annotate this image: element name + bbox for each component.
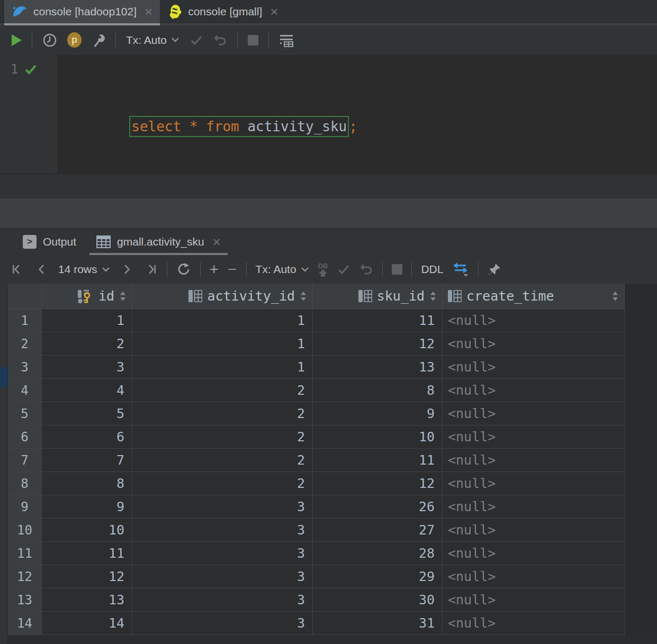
commit-icon[interactable] [337, 264, 350, 275]
activity-id-cell[interactable]: 2 [132, 472, 313, 495]
id-cell[interactable]: 5 [42, 402, 132, 425]
page-size-select[interactable]: 14 rows [58, 263, 110, 276]
close-icon[interactable]: × [270, 6, 278, 17]
create-time-cell[interactable]: <null> [443, 542, 625, 565]
ddl-button[interactable]: DDL [421, 263, 443, 276]
create-time-cell[interactable]: <null> [443, 309, 625, 332]
tx-mode-select[interactable]: Tx: Auto [256, 263, 309, 276]
create-time-cell[interactable]: <null> [443, 425, 625, 449]
row-number-cell[interactable]: 13 [8, 588, 42, 612]
last-page-icon[interactable] [145, 263, 158, 276]
sku-id-cell[interactable]: 28 [313, 542, 443, 565]
id-cell[interactable]: 9 [42, 495, 132, 519]
sort-arrows-icon[interactable] [611, 291, 619, 302]
activity-id-cell[interactable]: 1 [132, 356, 313, 379]
row-number-cell[interactable]: 6 [8, 425, 42, 449]
activity-id-cell[interactable]: 3 [132, 565, 313, 588]
create-time-cell[interactable]: <null> [443, 402, 625, 425]
id-cell[interactable]: 11 [42, 542, 132, 565]
row-number-cell[interactable]: 5 [8, 402, 42, 425]
sku-id-cell[interactable]: 11 [313, 309, 443, 332]
rollback-icon[interactable] [359, 263, 373, 276]
tx-mode-select[interactable]: Tx: Auto [126, 34, 179, 47]
pin-tab-icon[interactable] [488, 262, 501, 276]
create-time-cell[interactable]: <null> [443, 449, 625, 472]
activity-id-cell[interactable]: 3 [132, 495, 313, 519]
table-row[interactable]: 88212<null> [0, 472, 657, 495]
tab-console-gmall[interactable]: console [gmall] × [160, 0, 285, 25]
id-cell[interactable]: 6 [42, 425, 132, 449]
row-number-cell[interactable]: 12 [8, 565, 42, 588]
close-icon[interactable]: × [213, 237, 221, 247]
sku-id-cell[interactable]: 27 [313, 519, 443, 542]
create-time-cell[interactable]: <null> [443, 379, 625, 402]
sort-arrows-icon[interactable] [429, 291, 437, 302]
id-cell[interactable]: 12 [42, 565, 132, 588]
activity-id-cell[interactable]: 2 [132, 425, 313, 449]
id-cell[interactable]: 4 [42, 379, 132, 402]
column-header-create-time[interactable]: create_time [443, 284, 625, 309]
row-number-cell[interactable]: 9 [8, 495, 42, 519]
column-header-id[interactable]: id [42, 284, 132, 309]
compare-dump-icon[interactable] [452, 262, 469, 277]
activity-id-cell[interactable]: 2 [132, 402, 313, 425]
id-cell[interactable]: 3 [42, 356, 132, 379]
activity-id-cell[interactable]: 3 [132, 588, 313, 612]
create-time-cell[interactable]: <null> [443, 332, 625, 356]
activity-id-cell[interactable]: 1 [132, 332, 313, 356]
table-row[interactable]: 33113<null> [0, 356, 657, 379]
column-header-activity-id[interactable]: activity_id [132, 284, 313, 309]
row-number-cell[interactable]: 2 [8, 332, 42, 356]
wrench-settings-icon[interactable] [92, 33, 105, 47]
sku-id-cell[interactable]: 31 [313, 612, 443, 635]
tab-output[interactable]: > Output [16, 229, 83, 255]
table-row[interactable]: 1414331<null> [0, 612, 657, 635]
row-number-cell[interactable]: 1 [8, 309, 42, 332]
id-cell[interactable]: 10 [42, 519, 132, 542]
create-time-cell[interactable]: <null> [443, 472, 625, 495]
table-row[interactable]: 99326<null> [0, 495, 657, 519]
create-time-cell[interactable]: <null> [443, 495, 625, 519]
id-cell[interactable]: 7 [42, 449, 132, 472]
sku-id-cell[interactable]: 29 [313, 565, 443, 588]
table-row[interactable]: 66210<null> [0, 425, 657, 449]
table-row[interactable]: 1111328<null> [0, 542, 657, 565]
sql-editor[interactable]: 1 select * from activity_sku; [0, 55, 657, 174]
row-number-cell[interactable]: 14 [8, 612, 42, 635]
sku-id-cell[interactable]: 13 [313, 356, 443, 379]
column-header-sku-id[interactable]: sku_id [313, 284, 443, 309]
row-number-cell[interactable]: 11 [8, 542, 42, 565]
table-row[interactable]: 4428<null> [0, 379, 657, 402]
sku-id-cell[interactable]: 9 [313, 402, 443, 425]
tab-console-hadoop102[interactable]: console [hadoop102] × [4, 0, 160, 25]
rollback-icon[interactable] [213, 34, 227, 47]
code-area[interactable]: select * from activity_sku; [57, 55, 357, 174]
sku-id-cell[interactable]: 11 [313, 449, 443, 472]
row-number-cell[interactable]: 3 [8, 356, 42, 379]
activity-id-cell[interactable]: 3 [132, 612, 313, 635]
next-page-icon[interactable] [122, 263, 132, 276]
sku-id-cell[interactable]: 30 [313, 588, 443, 612]
row-number-cell[interactable]: 4 [8, 379, 42, 402]
refresh-icon[interactable] [176, 262, 191, 277]
commit-icon[interactable] [190, 34, 203, 46]
id-cell[interactable]: 14 [42, 612, 132, 635]
create-time-cell[interactable]: <null> [443, 519, 625, 542]
table-row[interactable]: 11111<null> [0, 309, 657, 332]
table-row[interactable]: 22112<null> [0, 332, 657, 356]
profiler-badge[interactable]: p [67, 32, 82, 48]
console-output-icon[interactable] [279, 33, 294, 47]
create-time-cell[interactable]: <null> [443, 612, 625, 635]
table-row[interactable]: 5529<null> [0, 402, 657, 425]
previous-page-icon[interactable] [37, 263, 46, 276]
sku-id-cell[interactable]: 26 [313, 495, 443, 519]
create-time-cell[interactable]: <null> [443, 565, 625, 588]
id-cell[interactable]: 1 [42, 309, 132, 332]
row-number-cell[interactable]: 10 [8, 519, 42, 542]
activity-id-cell[interactable]: 2 [132, 379, 313, 402]
activity-id-cell[interactable]: 2 [132, 449, 313, 472]
add-row-button[interactable]: + [210, 262, 219, 276]
id-cell[interactable]: 8 [42, 472, 132, 495]
corner-header-cell[interactable] [8, 284, 42, 309]
tab-result-grid[interactable]: gmall.activity_sku × [89, 229, 228, 255]
